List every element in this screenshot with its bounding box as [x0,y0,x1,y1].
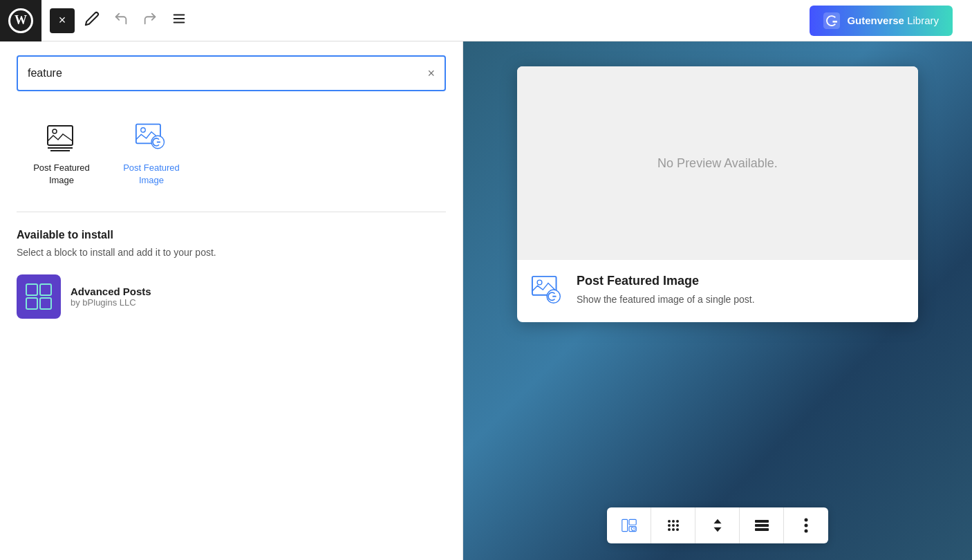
svg-rect-12 [26,284,37,295]
search-bar: × [17,55,446,91]
gutenverse-btn-label: Gutenverse Library [847,15,939,26]
search-bar-wrap: × [0,41,462,102]
pencil-icon[interactable] [80,7,104,34]
left-scroll[interactable]: × Post Featured I [0,41,462,560]
block-label-default: Post Featured Image [22,162,101,187]
main-layout: × Post Featured I [0,41,972,560]
preview-card: No Preview Available. Post Featured Imag… [517,66,918,322]
install-desc: Select a block to install and add it to … [17,247,446,258]
svg-rect-35 [755,524,769,527]
svg-rect-15 [40,298,51,309]
svg-point-39 [805,530,808,533]
block-label-gutenverse: Post Featured Image [112,162,191,187]
toolbar-more-button[interactable] [784,507,828,543]
svg-point-9 [141,128,145,132]
gutenverse-library-button[interactable]: Gutenverse Library [810,6,953,36]
svg-point-25 [668,520,671,523]
install-title: Available to install [17,229,446,241]
menu-icon[interactable] [167,7,191,35]
plugin-item[interactable]: Advanced Posts by bPlugins LLC [17,272,446,321]
svg-point-38 [805,524,808,528]
preview-block-desc: Show the featured image of a single post… [577,292,755,307]
top-bar-actions: × [41,0,972,41]
svg-point-27 [676,520,679,523]
redo-button[interactable] [138,7,162,34]
block-results: Post Featured Image [0,102,462,212]
toolbar-align-button[interactable] [740,507,784,543]
svg-point-37 [805,519,808,522]
wp-logo-w: W [15,13,27,28]
svg-point-30 [676,524,679,527]
close-button[interactable]: × [50,8,75,33]
block-icon-default [45,122,78,155]
wp-logo: W [0,0,41,41]
search-input[interactable] [28,67,427,80]
wp-logo-circle: W [8,8,33,33]
plugin-thumb [17,274,61,319]
plugin-info: Advanced Posts by bPlugins LLC [71,286,151,308]
plugin-author: by bPlugins LLC [71,297,151,308]
no-preview-text: No Preview Available. [657,156,778,171]
right-panel: No Preview Available. Post Featured Imag… [463,41,972,560]
svg-rect-24 [633,528,635,529]
svg-rect-14 [26,298,37,309]
preview-image-area: No Preview Available. [517,66,918,260]
svg-point-17 [537,280,542,285]
toolbar-grid-button[interactable] [651,507,695,543]
toolbar-updown-button[interactable] [695,507,740,543]
svg-rect-20 [621,519,627,531]
search-clear-button[interactable]: × [427,66,435,81]
install-section: Available to install Select a block to i… [0,212,462,321]
svg-rect-34 [755,520,769,523]
preview-text-info: Post Featured Image Show the featured im… [577,274,755,307]
svg-rect-21 [629,519,636,525]
svg-rect-11 [157,142,160,143]
svg-point-5 [53,129,57,133]
svg-rect-3 [823,12,840,29]
svg-point-26 [672,520,675,523]
preview-block-name: Post Featured Image [577,274,755,288]
svg-point-32 [672,528,675,531]
preview-info: Post Featured Image Show the featured im… [517,260,918,322]
preview-block-icon [531,274,566,308]
svg-point-33 [676,528,679,531]
svg-rect-19 [552,296,556,297]
left-panel: × Post Featured I [0,41,463,560]
svg-rect-4 [48,126,73,145]
svg-point-31 [668,528,671,531]
svg-point-29 [672,524,675,527]
svg-point-28 [668,524,671,527]
block-item-default[interactable]: Post Featured Image [17,113,106,195]
undo-button[interactable] [109,7,133,34]
svg-rect-13 [40,284,51,295]
plugin-name: Advanced Posts [71,286,151,297]
block-icon-gutenverse [135,122,168,155]
block-item-gutenverse[interactable]: Post Featured Image [106,113,196,195]
toolbar-gutenverse-button[interactable] [607,507,651,543]
svg-rect-36 [755,528,769,531]
bottom-toolbar [607,507,828,543]
top-bar: W × [0,0,972,41]
